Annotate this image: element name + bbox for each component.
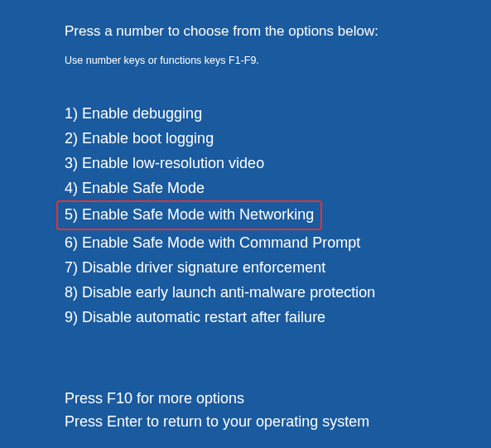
- option-7-disable-driver-signature-enforcement[interactable]: 7) Disable driver signature enforcement: [65, 255, 491, 280]
- footer-f10-hint: Press F10 for more options: [65, 387, 369, 410]
- option-4-enable-safe-mode[interactable]: 4) Enable Safe Mode: [65, 176, 491, 200]
- page-title: Press a number to choose from the option…: [65, 23, 491, 40]
- option-9-disable-automatic-restart[interactable]: 9) Disable automatic restart after failu…: [65, 305, 491, 330]
- footer-instructions: Press F10 for more options Press Enter t…: [65, 387, 369, 433]
- option-2-enable-boot-logging[interactable]: 2) Enable boot logging: [65, 126, 491, 151]
- option-5-enable-safe-mode-networking[interactable]: 5) Enable Safe Mode with Networking: [56, 200, 322, 230]
- page-subtitle: Use number keys or functions keys F1-F9.: [65, 55, 491, 66]
- footer-enter-hint: Press Enter to return to your operating …: [65, 410, 369, 433]
- boot-options-list: 1) Enable debugging 2) Enable boot loggi…: [65, 101, 491, 330]
- option-6-enable-safe-mode-command-prompt[interactable]: 6) Enable Safe Mode with Command Prompt: [65, 230, 491, 255]
- option-1-enable-debugging[interactable]: 1) Enable debugging: [65, 101, 491, 126]
- option-3-enable-low-resolution-video[interactable]: 3) Enable low-resolution video: [65, 151, 491, 176]
- option-8-disable-early-launch-anti-malware[interactable]: 8) Disable early launch anti-malware pro…: [65, 280, 491, 305]
